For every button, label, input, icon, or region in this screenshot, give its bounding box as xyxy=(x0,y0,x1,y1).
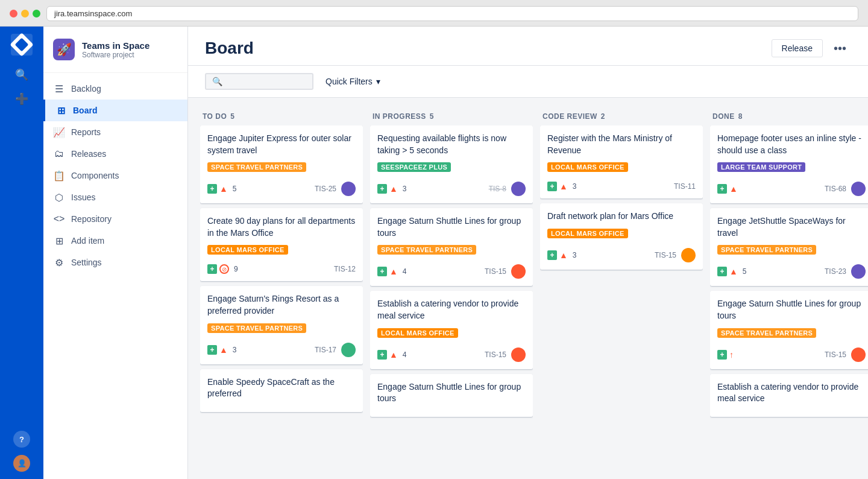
sidebar-item-label: Reports xyxy=(71,127,101,137)
card-meta: TIS-8 xyxy=(489,182,526,196)
card-label-badge: SPACE TRAVEL PARTNERS xyxy=(207,323,306,333)
app: 🔍 ➕ ? 👤 🚀 Teams in Space Software projec… xyxy=(0,27,868,479)
card-assignee-avatar xyxy=(511,182,526,196)
card[interactable]: Register with the Mars Ministry of Reven… xyxy=(540,125,703,198)
card-ticket-id: TIS-11 xyxy=(674,182,696,191)
search-input[interactable] xyxy=(226,77,286,86)
sidebar-item-label: Releases xyxy=(71,149,106,159)
card-assignee-avatar xyxy=(511,347,526,362)
minimize-button[interactable] xyxy=(21,10,29,17)
card-icons: +▲3 xyxy=(547,182,577,191)
browser-chrome: jira.teamsinspace.com xyxy=(0,0,868,27)
board-column-codereview: CODE REVIEW2Register with the Mars Minis… xyxy=(540,107,703,469)
column-count: 5 xyxy=(430,112,434,121)
search-box[interactable]: 🔍 xyxy=(205,73,313,90)
sidebar-item-releases[interactable]: 🗂 Releases xyxy=(43,143,187,165)
project-type: Software project xyxy=(82,51,149,59)
board-columns: TO DO5Engage Jupiter Express for outer s… xyxy=(200,107,868,469)
story-icon: + xyxy=(717,184,727,194)
card-title: Establish a catering vendor to provide m… xyxy=(717,381,866,405)
card-assignee-avatar xyxy=(851,182,866,196)
sidebar-item-label: Components xyxy=(71,171,119,180)
release-button[interactable]: Release xyxy=(772,39,823,57)
card[interactable]: Homepage footer uses an inline style - s… xyxy=(710,125,868,203)
card-icons: +▲5 xyxy=(207,184,237,194)
sidebar-item-settings[interactable]: ⚙ Settings xyxy=(43,252,187,273)
repository-icon: <> xyxy=(53,213,65,225)
filters-bar: 🔍 Quick Filters ▾ xyxy=(188,66,868,98)
card-story-count: 9 xyxy=(234,265,238,273)
card-title: Engage Saturn Shuttle Lines for group to… xyxy=(377,381,526,405)
card-title: Enable Speedy SpaceCraft as the preferre… xyxy=(207,376,356,400)
card-story-count: 3 xyxy=(403,185,407,193)
card-label-badge: SPACE TRAVEL PARTNERS xyxy=(717,245,816,255)
card-icons: +▲3 xyxy=(377,184,407,194)
card-icons: +▲3 xyxy=(207,345,237,355)
sidebar-nav: ☰ Backlog ⊞ Board 📈 Reports 🗂 Releases 📋… xyxy=(43,73,187,479)
card[interactable]: Establish a catering vendor to provide m… xyxy=(370,291,533,369)
settings-icon: ⚙ xyxy=(53,256,65,268)
card-icons: +▲3 xyxy=(547,250,577,260)
sidebar-item-issues[interactable]: ⬡ Issues xyxy=(43,186,187,208)
card[interactable]: Create 90 day plans for all departments … xyxy=(200,208,363,281)
card-title: Engage Saturn Shuttle Lines for group to… xyxy=(377,215,526,239)
card[interactable]: Engage Saturn Shuttle Lines for group to… xyxy=(370,208,533,286)
card-icons: +↑ xyxy=(717,350,734,360)
page-title: Board xyxy=(205,39,254,58)
card-meta: TIS-15 xyxy=(655,248,696,262)
sidebar-item-add-item[interactable]: ⊞ Add item xyxy=(43,230,187,252)
card-icons: +▲5 xyxy=(717,267,747,276)
card[interactable]: Engage Saturn's Rings Resort as a prefer… xyxy=(200,286,363,364)
issues-icon: ⬡ xyxy=(53,191,65,203)
priority-high-icon: ▲ xyxy=(729,184,738,194)
card[interactable]: Enable Speedy SpaceCraft as the preferre… xyxy=(200,369,363,412)
card[interactable]: Establish a catering vendor to provide m… xyxy=(710,374,868,417)
close-button[interactable] xyxy=(10,10,17,17)
user-avatar[interactable]: 👤 xyxy=(13,455,30,472)
nav-search-icon[interactable]: 🔍 xyxy=(12,65,31,84)
card-ticket-id: TIS-17 xyxy=(315,346,336,354)
card[interactable]: Engage JetShuttle SpaceWays for travelSP… xyxy=(710,208,868,286)
card-title: Engage JetShuttle SpaceWays for travel xyxy=(717,215,866,239)
card-footer: +▲3TIS-17 xyxy=(207,343,356,357)
card-story-count: 5 xyxy=(233,185,237,193)
releases-icon: 🗂 xyxy=(53,148,65,160)
priority-high-icon: ▲ xyxy=(389,350,398,360)
card-meta: TIS-68 xyxy=(825,182,866,196)
search-icon: 🔍 xyxy=(212,77,222,86)
reports-icon: 📈 xyxy=(53,126,65,138)
card-title: Engage Saturn Shuttle Lines for group to… xyxy=(717,298,866,322)
card[interactable]: Requesting available flights is now taki… xyxy=(370,125,533,203)
nav-add-icon[interactable]: ➕ xyxy=(12,89,31,109)
main-header: Board Release ••• xyxy=(188,27,868,66)
maximize-button[interactable] xyxy=(33,10,40,17)
sidebar-item-components[interactable]: 📋 Components xyxy=(43,165,187,186)
column-count: 5 xyxy=(230,112,234,121)
story-icon: + xyxy=(717,350,727,360)
card[interactable]: Engage Saturn Shuttle Lines for group to… xyxy=(710,291,868,369)
card-ticket-id: TIS-15 xyxy=(655,251,676,259)
more-options-button[interactable]: ••• xyxy=(829,39,851,58)
board-column-todo: TO DO5Engage Jupiter Express for outer s… xyxy=(200,107,363,469)
card-story-count: 3 xyxy=(233,346,237,354)
card-ticket-id: TIS-25 xyxy=(315,185,336,193)
card-title: Engage Jupiter Express for outer solar s… xyxy=(207,133,356,156)
diamond-icon xyxy=(10,33,34,57)
app-logo[interactable] xyxy=(11,34,33,56)
quick-filters-button[interactable]: Quick Filters ▾ xyxy=(321,74,385,89)
address-bar[interactable]: jira.teamsinspace.com xyxy=(46,6,858,21)
priority-high-icon: ▲ xyxy=(389,184,398,194)
sidebar-project[interactable]: 🚀 Teams in Space Software project xyxy=(43,27,187,73)
card-story-count: 3 xyxy=(573,182,577,191)
card[interactable]: Engage Saturn Shuttle Lines for group to… xyxy=(370,374,533,417)
sidebar-item-board[interactable]: ⊞ Board xyxy=(43,100,187,121)
card-title: Homepage footer uses an inline style - s… xyxy=(717,133,866,156)
card-meta: TIS-15 xyxy=(485,264,526,279)
card[interactable]: Draft network plan for Mars OfficeLOCAL … xyxy=(540,203,703,270)
card[interactable]: Engage Jupiter Express for outer solar s… xyxy=(200,125,363,203)
column-count: 2 xyxy=(601,112,605,121)
sidebar-item-backlog[interactable]: ☰ Backlog xyxy=(43,78,187,100)
sidebar-item-reports[interactable]: 📈 Reports xyxy=(43,121,187,143)
help-button[interactable]: ? xyxy=(13,431,30,448)
sidebar-item-repository[interactable]: <> Repository xyxy=(43,208,187,230)
